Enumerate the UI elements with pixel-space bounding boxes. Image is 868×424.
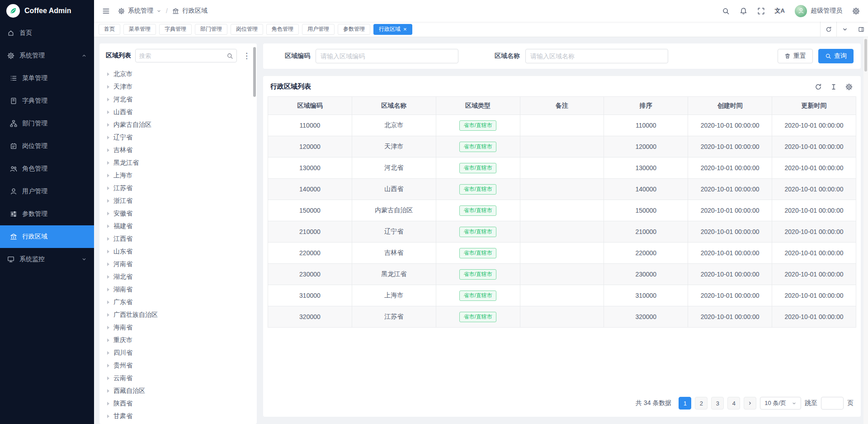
jump-page-input[interactable] [821, 397, 844, 410]
sidebar-item-post-management[interactable]: 岗位管理 [0, 135, 94, 157]
refresh-tabs-icon[interactable] [820, 22, 836, 37]
tree-item[interactable]: 内蒙古自治区 [99, 119, 257, 131]
tab-actions-chevron-down-icon[interactable] [836, 22, 853, 37]
tree-item[interactable]: 广东省 [99, 296, 257, 309]
caret-right-icon[interactable] [107, 250, 109, 253]
sidebar-item-user-management[interactable]: 用户管理 [0, 180, 94, 203]
tree-item[interactable]: 山西省 [99, 106, 257, 119]
tree-item[interactable]: 广西壮族自治区 [99, 309, 257, 321]
caret-right-icon[interactable] [107, 338, 109, 342]
caret-right-icon[interactable] [107, 136, 109, 139]
app-logo[interactable]: Coffee Admin [0, 0, 94, 22]
caret-right-icon[interactable] [107, 212, 109, 215]
settings-gear-icon[interactable] [852, 7, 860, 15]
page-scrollbar[interactable] [863, 37, 868, 424]
column-height-icon[interactable] [830, 83, 837, 91]
tree-item[interactable]: 海南省 [99, 321, 257, 334]
tree-item[interactable]: 四川省 [99, 347, 257, 359]
caret-right-icon[interactable] [107, 85, 109, 89]
tab-close-icon[interactable]: × [403, 26, 407, 32]
tab-9[interactable]: 行政区域× [373, 24, 412, 35]
caret-right-icon[interactable] [107, 326, 109, 329]
tab-3[interactable]: 字典管理 [159, 24, 192, 35]
sidebar-item-param-management[interactable]: 参数管理 [0, 203, 94, 225]
tree-item[interactable]: 安徽省 [99, 207, 257, 220]
page-size-select[interactable]: 10 条/页 [760, 397, 801, 410]
caret-right-icon[interactable] [107, 262, 109, 266]
caret-right-icon[interactable] [107, 98, 109, 101]
tree-item[interactable]: 贵州省 [99, 359, 257, 372]
user-menu[interactable]: 超级管理员 [795, 5, 842, 17]
notification-bell-icon[interactable] [740, 7, 747, 15]
tab-7[interactable]: 用户管理 [302, 24, 335, 35]
page-button-4[interactable]: 4 [727, 397, 740, 410]
caret-right-icon[interactable] [107, 351, 109, 355]
content-layout-icon[interactable] [854, 22, 868, 37]
tree-item[interactable]: 河南省 [99, 258, 257, 271]
sidebar-group-system-management[interactable]: 系统管理 [0, 44, 94, 67]
refresh-table-icon[interactable] [815, 83, 822, 91]
tab-4[interactable]: 部门管理 [195, 24, 227, 35]
tree-item[interactable]: 辽宁省 [99, 131, 257, 144]
tree-item[interactable]: 吉林省 [99, 144, 257, 157]
caret-right-icon[interactable] [107, 199, 109, 203]
caret-right-icon[interactable] [107, 414, 109, 418]
next-page-button[interactable] [744, 397, 756, 410]
caret-right-icon[interactable] [107, 161, 109, 165]
tree-item[interactable]: 江西省 [99, 233, 257, 245]
tree-item[interactable]: 北京市 [99, 68, 257, 81]
tree-scrollbar[interactable] [253, 47, 256, 97]
tree-item[interactable]: 云南省 [99, 372, 257, 385]
search-button[interactable]: 查询 [818, 49, 854, 63]
tab-6[interactable]: 角色管理 [266, 24, 299, 35]
tree-item[interactable]: 上海市 [99, 169, 257, 182]
caret-right-icon[interactable] [107, 237, 109, 241]
caret-right-icon[interactable] [107, 174, 109, 177]
caret-right-icon[interactable] [107, 186, 109, 190]
caret-right-icon[interactable] [107, 275, 109, 279]
region-name-input[interactable] [525, 49, 668, 63]
caret-right-icon[interactable] [107, 364, 109, 367]
caret-right-icon[interactable] [107, 72, 109, 76]
tree-item[interactable]: 西藏自治区 [99, 385, 257, 397]
tree-item[interactable]: 河北省 [99, 93, 257, 106]
sidebar-item-dict-management[interactable]: 字典管理 [0, 90, 94, 112]
page-button-1[interactable]: 1 [679, 397, 691, 410]
page-button-3[interactable]: 3 [711, 397, 724, 410]
region-code-input[interactable] [316, 49, 458, 63]
tree-item[interactable]: 江苏省 [99, 182, 257, 195]
breadcrumb-root[interactable]: 系统管理 [128, 7, 153, 15]
tree-item[interactable]: 福建省 [99, 220, 257, 233]
sidebar-item-home[interactable]: 首页 [0, 22, 94, 44]
sidebar-item-role-management[interactable]: 角色管理 [0, 157, 94, 180]
tree-item[interactable]: 陕西省 [99, 397, 257, 410]
tab-2[interactable]: 菜单管理 [123, 24, 156, 35]
caret-right-icon[interactable] [107, 376, 109, 380]
sidebar-item-menu-management[interactable]: 菜单管理 [0, 67, 94, 90]
reset-button[interactable]: 重置 [778, 49, 813, 63]
tab-5[interactable]: 岗位管理 [231, 24, 263, 35]
page-scrollbar-thumb[interactable] [864, 39, 867, 71]
caret-right-icon[interactable] [107, 313, 109, 317]
table-settings-gear-icon[interactable] [845, 83, 853, 91]
fullscreen-icon[interactable] [757, 7, 765, 15]
caret-right-icon[interactable] [107, 224, 109, 228]
page-button-2[interactable]: 2 [695, 397, 708, 410]
caret-right-icon[interactable] [107, 389, 109, 393]
tree-item[interactable]: 湖北省 [99, 271, 257, 283]
tree-item[interactable]: 山东省 [99, 245, 257, 258]
caret-right-icon[interactable] [107, 110, 109, 114]
caret-right-icon[interactable] [107, 402, 109, 405]
caret-right-icon[interactable] [107, 123, 109, 127]
tree-item[interactable]: 黑龙江省 [99, 157, 257, 169]
caret-right-icon[interactable] [107, 288, 109, 291]
sidebar-item-dept-management[interactable]: 部门管理 [0, 112, 94, 135]
tree-item[interactable]: 湖南省 [99, 283, 257, 296]
caret-right-icon[interactable] [107, 148, 109, 152]
tab-8[interactable]: 参数管理 [338, 24, 370, 35]
sidebar-item-region[interactable]: 行政区域 [0, 225, 94, 248]
tree-item[interactable]: 天津市 [99, 81, 257, 93]
caret-right-icon[interactable] [107, 300, 109, 304]
tree-item[interactable]: 浙江省 [99, 195, 257, 207]
more-options-icon[interactable]: ⋮ [241, 52, 252, 60]
